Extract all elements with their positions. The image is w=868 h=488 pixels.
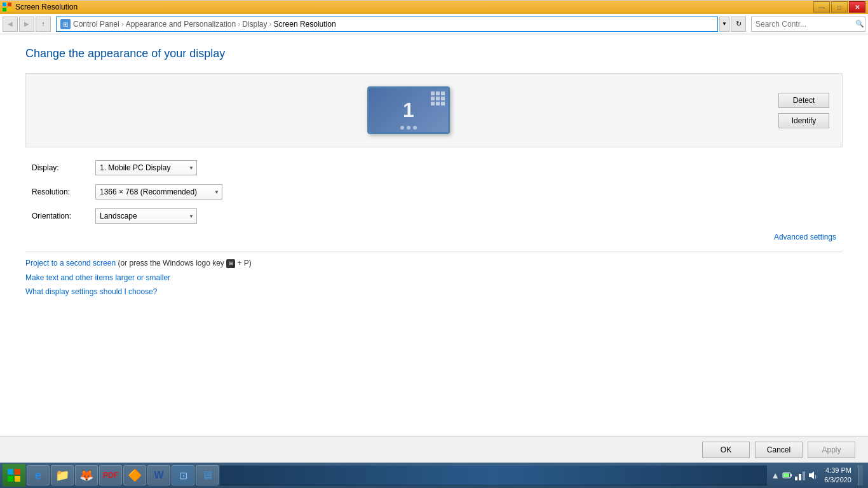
monitor-icon: 1 [367, 86, 450, 134]
project-link-suffix: + P) [238, 259, 252, 268]
main-content: Change the appearance of your display 1 [0, 34, 868, 436]
tray-clock[interactable]: 4:39 PM 6/3/2020 [820, 466, 855, 485]
display-label: Display: [32, 163, 95, 172]
screen-res-icon: ⊡ [176, 468, 190, 482]
breadcrumb-display: Display [242, 20, 267, 29]
svg-rect-15 [803, 471, 805, 480]
svg-rect-0 [3, 3, 6, 6]
detect-identify-buttons: Detect Identify [778, 93, 829, 128]
text-size-link-section: Make text and other items larger or smal… [25, 273, 843, 282]
start-button[interactable] [3, 464, 25, 487]
svg-rect-7 [15, 469, 20, 475]
ok-button[interactable]: OK [702, 442, 750, 458]
breadcrumb-cp: Control Panel [73, 20, 119, 29]
tray-time: 4:39 PM [824, 466, 851, 475]
minimize-button[interactable]: — [813, 1, 830, 13]
advanced-settings-link[interactable]: Advanced settings [25, 233, 836, 241]
ie-icon: e [31, 468, 45, 482]
back-button[interactable]: ◀ [3, 17, 18, 32]
svg-rect-11 [790, 474, 792, 477]
tray-date: 6/3/2020 [824, 475, 851, 485]
breadcrumb-ap: Appearance and Personalization [126, 20, 236, 29]
remote-desktop-icon: 🖥 [200, 468, 214, 482]
detect-button[interactable]: Detect [778, 93, 829, 108]
bottom-bar: OK Cancel Apply [0, 436, 868, 463]
search-area: 🔍 [751, 17, 865, 32]
svg-rect-6 [8, 469, 13, 475]
tray-up-arrow[interactable]: ▲ [771, 470, 780, 480]
taskbar-app-explorer[interactable]: 📁 [51, 465, 74, 485]
divider-1 [25, 252, 843, 252]
display-select[interactable]: 1. Mobile PC Display [95, 160, 197, 175]
display-select-wrapper: 1. Mobile PC Display [95, 160, 197, 175]
close-button[interactable]: ✕ [849, 1, 865, 13]
monitor-bottom-dots [400, 126, 417, 130]
taskbar-app-screenres[interactable]: ⊡ [172, 465, 194, 485]
resolution-select-wrapper: 868 × 488 (Recommended) 1280 × 720 1024… [95, 184, 222, 200]
monitor-preview: 1 [39, 86, 778, 134]
address-dropdown-button[interactable]: ▼ [719, 17, 729, 32]
svg-rect-9 [15, 476, 20, 482]
orientation-row: Orientation: Landscape Portrait Landscap… [32, 208, 836, 224]
orientation-label: Orientation: [32, 212, 95, 220]
window-title: Screen Resolution [15, 3, 78, 11]
title-bar: Screen Resolution — □ ✕ [0, 0, 868, 14]
windows-start-icon [8, 469, 20, 482]
project-link-section: Project to a second screen (or press the… [25, 259, 843, 268]
orientation-select[interactable]: Landscape Portrait Landscape (flipped) P… [95, 208, 197, 224]
breadcrumb-current: Screen Resolution [274, 20, 336, 29]
display-row: Display: 1. Mobile PC Display [32, 160, 836, 175]
search-button[interactable]: 🔍 [855, 20, 864, 28]
taskbar-app-firefox[interactable]: 🦊 [75, 465, 98, 485]
taskbar-app-word[interactable]: W [147, 465, 170, 485]
svg-rect-2 [3, 8, 6, 11]
taskbar: e 📁 🦊 PDF 🔶 W ⊡ 🖥 ▲ [0, 463, 868, 488]
up-button[interactable]: ↑ [36, 17, 51, 32]
page-title: Change the appearance of your display [25, 47, 843, 60]
svg-text:⊞: ⊞ [63, 21, 68, 28]
refresh-button[interactable]: ↻ [731, 17, 746, 32]
taskbar-tray: ▲ ) 4:39 PM 6/3/2020 [768, 465, 865, 485]
window-icon [3, 3, 11, 11]
window-controls: — □ ✕ [813, 1, 865, 13]
display-settings-link-section: What display settings should I choose? [25, 287, 843, 296]
monitor-grid [431, 92, 445, 105]
acrobat-icon: PDF [104, 468, 118, 482]
settings-form: Display: 1. Mobile PC Display Resolution… [25, 160, 843, 224]
taskbar-app-remote[interactable]: 🖥 [196, 465, 219, 485]
separator-1: › [121, 20, 124, 29]
breadcrumb[interactable]: ⊞ Control Panel › Appearance and Persona… [56, 17, 718, 32]
monitor-area: 1 Detect [25, 73, 843, 147]
advanced-settings-area: Advanced settings [25, 233, 843, 241]
resolution-row: Resolution: 868 × 488 (Recommended) 128… [32, 184, 836, 200]
folder-icon: 📁 [55, 468, 69, 482]
speaker-icon: ) [808, 470, 818, 480]
resolution-label: Resolution: [32, 187, 95, 196]
apply-button[interactable]: Apply [808, 442, 855, 458]
separator-3: › [269, 20, 272, 29]
identify-button[interactable]: Identify [778, 113, 829, 128]
separator-2: › [238, 20, 240, 29]
display-settings-link[interactable]: What display settings should I choose? [25, 287, 157, 296]
project-to-screen-link[interactable]: Project to a second screen [25, 259, 116, 268]
taskbar-app-acrobat[interactable]: PDF [99, 465, 122, 485]
vlc-icon: 🔶 [128, 468, 142, 482]
show-desktop-button[interactable] [858, 465, 863, 485]
taskbar-middle [220, 465, 767, 485]
resolution-select[interactable]: 868 × 488 (Recommended) 1280 × 720 1024… [95, 184, 222, 200]
forward-button[interactable]: ▶ [19, 17, 34, 32]
network-icon [795, 470, 805, 480]
svg-text:): ) [815, 473, 817, 479]
address-bar: ◀ ▶ ↑ ⊞ Control Panel › Appearance and P… [0, 14, 868, 34]
taskbar-app-ie[interactable]: e [27, 465, 50, 485]
cancel-button[interactable]: Cancel [755, 442, 803, 458]
monitor-number: 1 [403, 98, 414, 122]
windows-key-icon: ⊞ [226, 259, 235, 268]
search-input[interactable] [751, 17, 865, 32]
maximize-button[interactable]: □ [831, 1, 848, 13]
svg-rect-1 [8, 3, 11, 6]
svg-rect-14 [799, 474, 801, 480]
text-size-link[interactable]: Make text and other items larger or smal… [25, 273, 170, 282]
taskbar-app-vlc[interactable]: 🔶 [123, 465, 146, 485]
svg-rect-12 [783, 473, 789, 477]
